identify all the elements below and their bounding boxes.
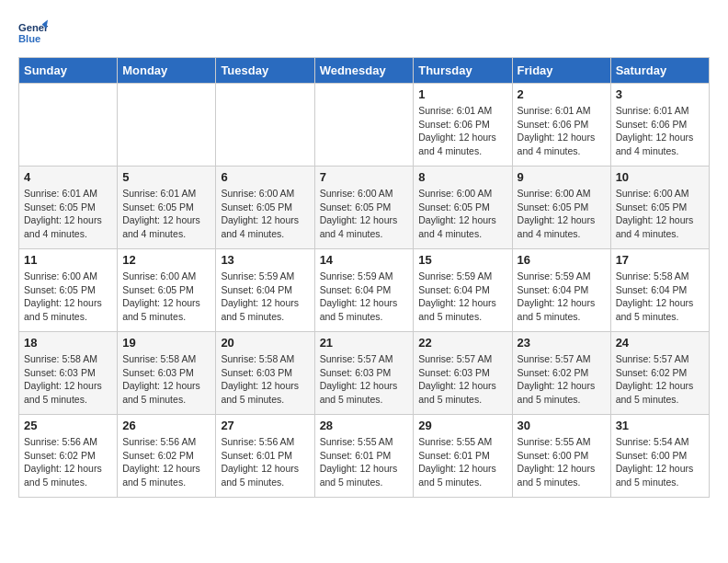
day-number: 15: [418, 253, 506, 267]
calendar-cell: 6Sunrise: 6:00 AM Sunset: 6:05 PM Daylig…: [216, 167, 314, 249]
day-number: 29: [418, 419, 506, 432]
calendar-cell: 4Sunrise: 6:01 AM Sunset: 6:05 PM Daylig…: [19, 167, 118, 249]
weekday-header-row: SundayMondayTuesdayWednesdayThursdayFrid…: [19, 58, 710, 84]
day-number: 21: [320, 336, 409, 350]
calendar-cell: 3Sunrise: 6:01 AM Sunset: 6:06 PM Daylig…: [610, 84, 709, 167]
calendar-table: SundayMondayTuesdayWednesdayThursdayFrid…: [18, 57, 710, 498]
day-info: Sunrise: 5:56 AM Sunset: 6:02 PM Dayligh…: [24, 435, 112, 489]
calendar-cell: 17Sunrise: 5:58 AM Sunset: 6:04 PM Dayli…: [610, 249, 709, 332]
calendar-cell: 14Sunrise: 5:59 AM Sunset: 6:04 PM Dayli…: [314, 249, 414, 332]
calendar-cell: 15Sunrise: 5:59 AM Sunset: 6:04 PM Dayli…: [414, 249, 512, 332]
day-number: 23: [518, 336, 606, 350]
day-info: Sunrise: 5:59 AM Sunset: 6:04 PM Dayligh…: [418, 270, 506, 324]
calendar-cell: 5Sunrise: 6:01 AM Sunset: 6:05 PM Daylig…: [118, 167, 216, 249]
day-info: Sunrise: 6:01 AM Sunset: 6:05 PM Dayligh…: [122, 187, 210, 241]
day-number: 18: [24, 336, 112, 350]
day-number: 24: [616, 336, 704, 350]
day-info: Sunrise: 6:01 AM Sunset: 6:05 PM Dayligh…: [24, 187, 112, 241]
calendar-cell: 28Sunrise: 5:55 AM Sunset: 6:01 PM Dayli…: [314, 415, 414, 498]
day-number: 6: [221, 170, 309, 184]
day-number: 8: [418, 170, 506, 184]
calendar-cell: 19Sunrise: 5:58 AM Sunset: 6:03 PM Dayli…: [118, 332, 216, 415]
logo-icon: General Blue: [18, 18, 48, 48]
calendar-week-row: 11Sunrise: 6:00 AM Sunset: 6:05 PM Dayli…: [19, 249, 710, 332]
calendar-cell: 22Sunrise: 5:57 AM Sunset: 6:03 PM Dayli…: [414, 332, 512, 415]
calendar-cell: 9Sunrise: 6:00 AM Sunset: 6:05 PM Daylig…: [512, 167, 610, 249]
weekday-header-sunday: Sunday: [19, 58, 118, 84]
calendar-cell: 16Sunrise: 5:59 AM Sunset: 6:04 PM Dayli…: [512, 249, 610, 332]
day-number: 11: [24, 253, 112, 267]
day-number: 26: [122, 419, 210, 432]
calendar-cell: [19, 84, 118, 167]
day-info: Sunrise: 6:00 AM Sunset: 6:05 PM Dayligh…: [320, 187, 409, 241]
calendar-cell: 8Sunrise: 6:00 AM Sunset: 6:05 PM Daylig…: [414, 167, 512, 249]
day-info: Sunrise: 5:56 AM Sunset: 6:01 PM Dayligh…: [221, 435, 309, 489]
calendar-cell: 18Sunrise: 5:58 AM Sunset: 6:03 PM Dayli…: [19, 332, 118, 415]
day-info: Sunrise: 5:58 AM Sunset: 6:03 PM Dayligh…: [221, 352, 309, 407]
calendar-body: 1Sunrise: 6:01 AM Sunset: 6:06 PM Daylig…: [19, 84, 710, 498]
day-number: 16: [518, 253, 606, 267]
day-number: 5: [122, 170, 210, 184]
day-info: Sunrise: 5:57 AM Sunset: 6:02 PM Dayligh…: [518, 352, 606, 407]
calendar-cell: 10Sunrise: 6:00 AM Sunset: 6:05 PM Dayli…: [610, 167, 709, 249]
weekday-header-tuesday: Tuesday: [216, 58, 314, 84]
day-info: Sunrise: 5:57 AM Sunset: 6:03 PM Dayligh…: [418, 352, 506, 407]
day-info: Sunrise: 5:57 AM Sunset: 6:02 PM Dayligh…: [616, 352, 704, 407]
day-info: Sunrise: 5:58 AM Sunset: 6:04 PM Dayligh…: [616, 270, 704, 324]
calendar-cell: 7Sunrise: 6:00 AM Sunset: 6:05 PM Daylig…: [314, 167, 414, 249]
calendar-cell: 1Sunrise: 6:01 AM Sunset: 6:06 PM Daylig…: [414, 84, 512, 167]
day-number: 1: [418, 87, 506, 101]
day-number: 14: [320, 253, 409, 267]
day-info: Sunrise: 5:59 AM Sunset: 6:04 PM Dayligh…: [320, 270, 409, 324]
calendar-cell: 25Sunrise: 5:56 AM Sunset: 6:02 PM Dayli…: [19, 415, 118, 498]
calendar-cell: 31Sunrise: 5:54 AM Sunset: 6:00 PM Dayli…: [610, 415, 709, 498]
day-number: 27: [221, 419, 309, 432]
day-number: 10: [616, 170, 704, 184]
day-number: 30: [518, 419, 606, 432]
day-info: Sunrise: 6:00 AM Sunset: 6:05 PM Dayligh…: [24, 270, 112, 324]
calendar-cell: [216, 84, 314, 167]
day-number: 3: [616, 87, 704, 101]
day-info: Sunrise: 6:01 AM Sunset: 6:06 PM Dayligh…: [418, 104, 506, 158]
day-number: 20: [221, 336, 309, 350]
day-number: 28: [320, 419, 409, 432]
day-info: Sunrise: 5:59 AM Sunset: 6:04 PM Dayligh…: [518, 270, 606, 324]
calendar-cell: 26Sunrise: 5:56 AM Sunset: 6:02 PM Dayli…: [118, 415, 216, 498]
page-header: General Blue: [18, 18, 710, 48]
calendar-cell: 29Sunrise: 5:55 AM Sunset: 6:01 PM Dayli…: [414, 415, 512, 498]
day-number: 4: [24, 170, 112, 184]
weekday-header-thursday: Thursday: [414, 58, 512, 84]
day-info: Sunrise: 5:57 AM Sunset: 6:03 PM Dayligh…: [320, 352, 409, 407]
day-number: 19: [122, 336, 210, 350]
day-number: 22: [418, 336, 506, 350]
weekday-header-friday: Friday: [512, 58, 610, 84]
day-number: 13: [221, 253, 309, 267]
calendar-cell: [314, 84, 414, 167]
day-info: Sunrise: 5:58 AM Sunset: 6:03 PM Dayligh…: [24, 352, 112, 407]
calendar-cell: 2Sunrise: 6:01 AM Sunset: 6:06 PM Daylig…: [512, 84, 610, 167]
calendar-week-row: 4Sunrise: 6:01 AM Sunset: 6:05 PM Daylig…: [19, 167, 710, 249]
calendar-cell: 23Sunrise: 5:57 AM Sunset: 6:02 PM Dayli…: [512, 332, 610, 415]
calendar-cell: 11Sunrise: 6:00 AM Sunset: 6:05 PM Dayli…: [19, 249, 118, 332]
day-info: Sunrise: 5:56 AM Sunset: 6:02 PM Dayligh…: [122, 435, 210, 489]
day-info: Sunrise: 6:00 AM Sunset: 6:05 PM Dayligh…: [518, 187, 606, 241]
weekday-header-monday: Monday: [118, 58, 216, 84]
day-info: Sunrise: 5:59 AM Sunset: 6:04 PM Dayligh…: [221, 270, 309, 324]
day-number: 17: [616, 253, 704, 267]
svg-text:Blue: Blue: [18, 33, 40, 44]
day-info: Sunrise: 5:55 AM Sunset: 6:01 PM Dayligh…: [418, 435, 506, 489]
calendar-week-row: 18Sunrise: 5:58 AM Sunset: 6:03 PM Dayli…: [19, 332, 710, 415]
day-info: Sunrise: 6:01 AM Sunset: 6:06 PM Dayligh…: [518, 104, 606, 158]
day-info: Sunrise: 6:00 AM Sunset: 6:05 PM Dayligh…: [418, 187, 506, 241]
day-info: Sunrise: 6:01 AM Sunset: 6:06 PM Dayligh…: [616, 104, 704, 158]
day-info: Sunrise: 5:54 AM Sunset: 6:00 PM Dayligh…: [616, 435, 704, 489]
calendar-cell: 21Sunrise: 5:57 AM Sunset: 6:03 PM Dayli…: [314, 332, 414, 415]
day-number: 25: [24, 419, 112, 432]
day-number: 12: [122, 253, 210, 267]
day-number: 7: [320, 170, 409, 184]
day-info: Sunrise: 5:55 AM Sunset: 6:01 PM Dayligh…: [320, 435, 409, 489]
calendar-cell: 20Sunrise: 5:58 AM Sunset: 6:03 PM Dayli…: [216, 332, 314, 415]
calendar-cell: 30Sunrise: 5:55 AM Sunset: 6:00 PM Dayli…: [512, 415, 610, 498]
calendar-header: SundayMondayTuesdayWednesdayThursdayFrid…: [19, 58, 710, 84]
calendar-cell: 24Sunrise: 5:57 AM Sunset: 6:02 PM Dayli…: [610, 332, 709, 415]
